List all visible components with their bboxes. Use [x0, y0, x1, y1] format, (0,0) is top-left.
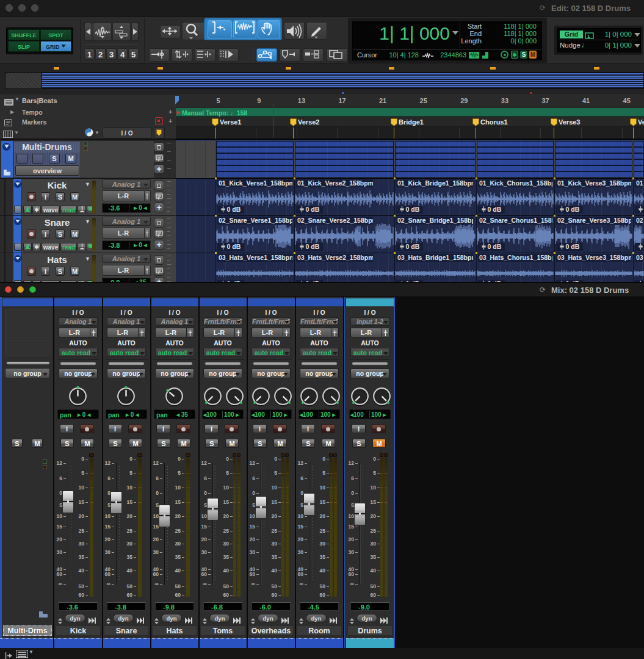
svg-text:1: 1: [587, 34, 590, 39]
